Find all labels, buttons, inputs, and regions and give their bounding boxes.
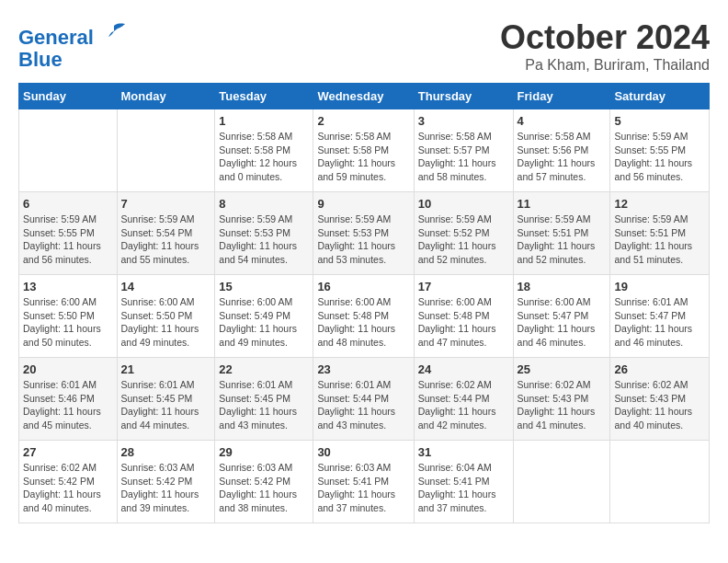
sunset-text: Sunset: 5:45 PM <box>121 393 193 404</box>
calendar-cell: 28Sunrise: 6:03 AMSunset: 5:42 PMDayligh… <box>117 441 215 523</box>
header-tuesday: Tuesday <box>215 84 313 109</box>
daylight-text: Daylight: 11 hours <box>614 157 692 168</box>
calendar-cell: 15Sunrise: 6:00 AMSunset: 5:49 PMDayligh… <box>215 275 313 358</box>
daylight-text2: and 58 minutes. <box>418 171 487 182</box>
daylight-text2: and 49 minutes. <box>121 337 190 348</box>
daylight-text: Daylight: 11 hours <box>418 157 496 168</box>
calendar-week-3: 13Sunrise: 6:00 AMSunset: 5:50 PMDayligh… <box>19 275 710 358</box>
sunset-text: Sunset: 5:42 PM <box>23 476 95 487</box>
day-number: 7 <box>121 197 211 211</box>
daylight-text: Daylight: 11 hours <box>23 406 101 417</box>
daylight-text: Daylight: 11 hours <box>121 488 199 500</box>
day-info: Sunrise: 5:59 AMSunset: 5:53 PMDaylight:… <box>219 213 309 267</box>
daylight-text2: and 52 minutes. <box>518 254 586 265</box>
daylight-text2: and 37 minutes. <box>418 502 487 513</box>
calendar-week-4: 20Sunrise: 6:01 AMSunset: 5:46 PMDayligh… <box>19 358 710 441</box>
sunset-text: Sunset: 5:41 PM <box>418 476 490 487</box>
day-info: Sunrise: 6:00 AMSunset: 5:50 PMDaylight:… <box>121 295 211 350</box>
day-number: 10 <box>418 197 509 211</box>
day-info: Sunrise: 6:00 AMSunset: 5:50 PMDaylight:… <box>23 295 113 350</box>
logo-general: General <box>18 26 94 49</box>
sunrise-text: Sunrise: 6:02 AM <box>614 379 688 390</box>
daylight-text2: and 55 minutes. <box>121 254 190 265</box>
day-number: 14 <box>121 280 211 293</box>
day-number: 19 <box>614 280 705 293</box>
sunrise-text: Sunrise: 6:03 AM <box>121 462 195 473</box>
sunset-text: Sunset: 5:53 PM <box>219 227 290 238</box>
sunset-text: Sunset: 5:43 PM <box>614 393 686 404</box>
logo-bird-icon <box>101 18 127 44</box>
calendar-cell: 5Sunrise: 5:59 AMSunset: 5:55 PMDaylight… <box>610 109 710 192</box>
daylight-text2: and 45 minutes. <box>23 419 92 431</box>
daylight-text2: and 54 minutes. <box>219 254 288 265</box>
sunset-text: Sunset: 5:41 PM <box>317 476 389 487</box>
page-header: General Blue October 2024 Pa Kham, Burir… <box>18 18 710 74</box>
calendar-header-row: SundayMondayTuesdayWednesdayThursdayFrid… <box>19 84 710 109</box>
calendar-cell: 25Sunrise: 6:02 AMSunset: 5:43 PMDayligh… <box>513 358 610 441</box>
day-number: 26 <box>614 362 705 376</box>
sunrise-text: Sunrise: 6:01 AM <box>317 379 391 390</box>
daylight-text: Daylight: 11 hours <box>121 240 199 251</box>
daylight-text2: and 0 minutes. <box>219 171 282 182</box>
calendar-week-2: 6Sunrise: 5:59 AMSunset: 5:55 PMDaylight… <box>19 192 710 275</box>
daylight-text2: and 37 minutes. <box>317 502 386 513</box>
sunrise-text: Sunrise: 6:02 AM <box>518 379 591 390</box>
day-number: 1 <box>219 114 309 128</box>
calendar-cell: 10Sunrise: 5:59 AMSunset: 5:52 PMDayligh… <box>414 192 513 275</box>
sunrise-text: Sunrise: 6:01 AM <box>219 379 292 390</box>
sunset-text: Sunset: 5:50 PM <box>121 310 193 321</box>
sunset-text: Sunset: 5:58 PM <box>219 144 290 155</box>
calendar-cell: 1Sunrise: 5:58 AMSunset: 5:58 PMDaylight… <box>215 109 313 192</box>
daylight-text2: and 52 minutes. <box>418 254 487 265</box>
daylight-text2: and 59 minutes. <box>317 171 386 182</box>
sunset-text: Sunset: 5:45 PM <box>219 393 290 404</box>
sunset-text: Sunset: 5:50 PM <box>23 310 95 321</box>
sunset-text: Sunset: 5:58 PM <box>317 144 389 155</box>
title-area: October 2024 Pa Kham, Buriram, Thailand <box>500 18 710 74</box>
logo: General Blue <box>18 18 127 71</box>
day-info: Sunrise: 6:02 AMSunset: 5:44 PMDaylight:… <box>418 378 509 432</box>
sunrise-text: Sunrise: 5:59 AM <box>614 213 688 224</box>
daylight-text: Daylight: 11 hours <box>418 240 496 251</box>
daylight-text: Daylight: 11 hours <box>518 240 596 251</box>
calendar-cell <box>19 109 118 192</box>
day-info: Sunrise: 5:59 AMSunset: 5:53 PMDaylight:… <box>317 213 409 267</box>
daylight-text2: and 57 minutes. <box>518 171 586 182</box>
daylight-text: Daylight: 11 hours <box>23 488 101 500</box>
calendar-cell: 24Sunrise: 6:02 AMSunset: 5:44 PMDayligh… <box>414 358 513 441</box>
daylight-text: Daylight: 11 hours <box>614 323 692 334</box>
daylight-text: Daylight: 11 hours <box>23 323 101 334</box>
daylight-text2: and 51 minutes. <box>614 254 683 265</box>
day-number: 18 <box>518 280 607 293</box>
day-number: 20 <box>23 362 113 376</box>
sunset-text: Sunset: 5:42 PM <box>121 476 193 487</box>
day-number: 23 <box>317 362 409 376</box>
sunset-text: Sunset: 5:44 PM <box>418 393 490 404</box>
daylight-text: Daylight: 11 hours <box>518 406 596 417</box>
day-number: 24 <box>418 362 509 376</box>
calendar-cell: 26Sunrise: 6:02 AMSunset: 5:43 PMDayligh… <box>610 358 710 441</box>
month-title: October 2024 <box>500 18 710 57</box>
sunset-text: Sunset: 5:53 PM <box>317 227 389 238</box>
sunrise-text: Sunrise: 6:01 AM <box>121 379 195 390</box>
day-number: 21 <box>121 362 211 376</box>
daylight-text2: and 44 minutes. <box>121 419 190 431</box>
day-number: 5 <box>614 114 705 128</box>
calendar-cell: 22Sunrise: 6:01 AMSunset: 5:45 PMDayligh… <box>215 358 313 441</box>
daylight-text2: and 49 minutes. <box>219 337 288 348</box>
day-number: 25 <box>518 362 607 376</box>
sunrise-text: Sunrise: 6:02 AM <box>418 379 492 390</box>
daylight-text2: and 47 minutes. <box>418 337 487 348</box>
calendar-cell <box>117 109 215 192</box>
header-friday: Friday <box>513 84 610 109</box>
day-info: Sunrise: 5:59 AMSunset: 5:55 PMDaylight:… <box>23 213 113 267</box>
calendar-cell: 4Sunrise: 5:58 AMSunset: 5:56 PMDaylight… <box>513 109 610 192</box>
sunset-text: Sunset: 5:44 PM <box>317 393 389 404</box>
day-info: Sunrise: 6:03 AMSunset: 5:42 PMDaylight:… <box>219 461 309 515</box>
calendar-cell: 19Sunrise: 6:01 AMSunset: 5:47 PMDayligh… <box>610 275 710 358</box>
sunrise-text: Sunrise: 5:59 AM <box>518 213 591 224</box>
day-number: 22 <box>219 362 309 376</box>
header-wednesday: Wednesday <box>313 84 414 109</box>
day-info: Sunrise: 5:59 AMSunset: 5:54 PMDaylight:… <box>121 213 211 267</box>
day-info: Sunrise: 6:01 AMSunset: 5:46 PMDaylight:… <box>23 378 113 432</box>
